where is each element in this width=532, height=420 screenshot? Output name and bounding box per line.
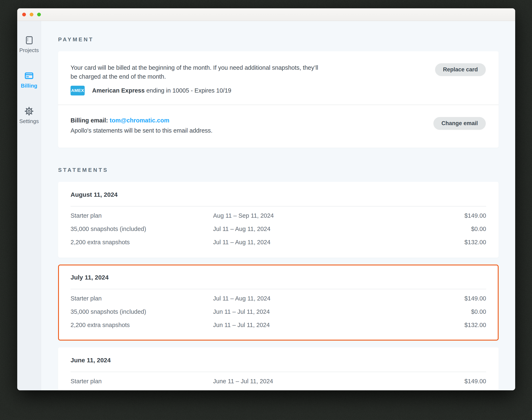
line-item-period: June 11 – Jul 11, 2024 [213,378,464,385]
line-item-amount: $132.00 [464,322,486,329]
statement-line-item: 35,000 snapshots (included) Jun 11 – Jul… [71,305,486,318]
statement-line-item: Starter plan Aug 11 – Sep 11, 2024 $149.… [71,209,486,223]
billing-page: PAYMENT Your card will be billed at the … [41,21,515,390]
billing-email-label: Billing email: [71,117,110,124]
card-on-file: AMEX American Express ending in 10005 - … [71,86,318,95]
card-brand: American Express [92,87,145,94]
statement-line-item: Starter plan Jul 11 – Aug 11, 2024 $149.… [71,292,486,305]
minimize-window-button[interactable] [30,13,33,16]
line-item-amount: $149.00 [464,378,486,385]
statement-line-item: 35,000 snapshots (included) Jul 11 – Aug… [71,223,486,236]
sidebar-item-projects[interactable]: Projects [19,35,39,54]
line-item-name: Starter plan [71,212,213,219]
divider [71,289,486,289]
statement-date: July 11, 2024 [71,274,486,281]
settings-icon [24,106,34,116]
line-item-period: Jun 11 – Jul 11, 2024 [213,308,471,315]
line-item-name: 2,200 extra snapshots [71,239,213,246]
line-item-amount: $149.00 [464,295,486,302]
billing-email-note: Apollo's statements will be sent to this… [71,127,212,134]
sidebar: Projects Billing [17,21,41,390]
app-window: Projects Billing [17,8,515,390]
line-item-amount: $149.00 [464,212,486,219]
zoom-window-button[interactable] [37,13,41,16]
sidebar-item-label: Billing [21,83,37,89]
line-item-name: Starter plan [71,295,213,302]
billing-email-info: Billing email: tom@chromatic.com Apollo'… [71,117,212,134]
statement-card-july-selected[interactable]: July 11, 2024 Starter plan Jul 11 – Aug … [58,265,499,341]
change-email-button[interactable]: Change email [433,117,486,130]
billing-email-link[interactable]: tom@chromatic.com [110,117,170,124]
statements-section-header: STATEMENTS [58,167,499,173]
payment-section-header: PAYMENT [58,37,499,42]
line-item-name: 35,000 snapshots (included) [71,225,213,232]
card-details: ending in 10005 - Expires 10/19 [145,87,231,94]
statement-date: August 11, 2024 [71,191,486,198]
line-item-period: Jun 11 – Jul 11, 2024 [213,322,464,329]
projects-icon [24,35,34,45]
divider [71,206,486,207]
window-titlebar [17,8,515,21]
line-item-period: Aug 11 – Sep 11, 2024 [213,212,464,219]
close-window-button[interactable] [22,13,26,16]
line-item-name: 35,000 snapshots (included) [71,308,213,315]
card-info-section: Your card will be billed at the beginnin… [58,51,499,105]
statement-line-item: 2,200 extra snapshots Jul 11 – Aug 11, 2… [71,236,486,249]
billing-icon [24,71,34,80]
replace-card-button[interactable]: Replace card [435,63,486,76]
card-info: Your card will be billed at the beginnin… [71,63,318,95]
line-item-amount: $0.00 [471,308,486,315]
statement-line-item: Starter plan June 11 – Jul 11, 2024 $149… [71,375,486,388]
line-item-name: 2,200 extra snapshots [71,322,213,329]
line-item-amount: $132.00 [464,239,486,246]
billing-email-section: Billing email: tom@chromatic.com Apollo'… [58,105,499,148]
statement-rows: Starter plan Jul 11 – Aug 11, 2024 $149.… [71,292,486,332]
line-item-period: Jul 11 – Aug 11, 2024 [213,225,471,232]
billing-email-line: Billing email: tom@chromatic.com [71,117,212,124]
line-item-period: Jul 11 – Aug 11, 2024 [213,295,464,302]
statement-card-june[interactable]: June 11, 2024 Starter plan June 11 – Jul… [58,347,499,390]
statement-card-august[interactable]: August 11, 2024 Starter plan Aug 11 – Se… [58,182,499,258]
sidebar-item-label: Projects [19,47,39,54]
statement-line-item: 35,000 snapshots (included) May 11 – Jun… [71,388,486,390]
desktop-background: Projects Billing [0,0,532,420]
line-item-period: Jul 11 – Aug 11, 2024 [213,239,464,246]
statement-rows: Starter plan Aug 11 – Sep 11, 2024 $149.… [71,209,486,249]
window-body: Projects Billing [17,21,515,390]
statement-date: June 11, 2024 [71,357,486,364]
statement-line-item: 2,200 extra snapshots Jun 11 – Jul 11, 2… [71,318,486,332]
statement-rows: Starter plan June 11 – Jul 11, 2024 $149… [71,375,486,390]
divider [71,372,486,372]
sidebar-item-label: Settings [19,118,39,124]
sidebar-item-billing[interactable]: Billing [21,71,37,89]
line-item-amount: $0.00 [471,225,486,232]
amex-card-icon: AMEX [71,86,85,95]
line-item-name: Starter plan [71,378,213,385]
payment-card: Your card will be billed at the beginnin… [58,51,499,148]
billing-note: Your card will be billed at the beginnin… [71,63,318,81]
sidebar-item-settings[interactable]: Settings [19,106,39,124]
card-description: American Express ending in 10005 - Expir… [92,87,231,94]
